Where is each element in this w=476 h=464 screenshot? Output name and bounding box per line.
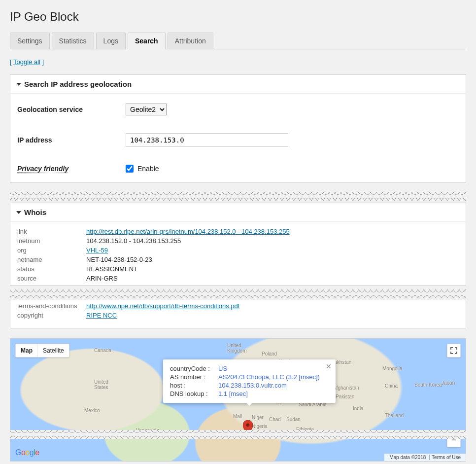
map-label: Japan	[442, 380, 455, 386]
geo-service-select[interactable]: Geolite2	[126, 104, 167, 115]
map-label: Thailand	[385, 413, 404, 418]
map-label: United Kingdom	[227, 343, 246, 354]
whois-val: http://www.ripe.net/db/support/db-terms-…	[86, 302, 459, 310]
whois-val: VHL-59	[86, 247, 459, 254]
whois-row: inetnum104.238.152.0 - 104.238.153.255	[17, 236, 459, 246]
infowin-val: US	[218, 365, 329, 372]
map-label: South Korea	[414, 382, 442, 388]
infowin-val: 1.1 [msec]	[218, 390, 329, 397]
map-label: Mexico	[84, 408, 100, 413]
whois-row: sourceARIN-GRS	[17, 274, 459, 283]
whois-key: link	[17, 228, 86, 235]
map-data-label: Map data ©2018	[387, 455, 428, 460]
privacy-checkbox[interactable]	[126, 165, 134, 173]
infowin-key: DNS lookup :	[170, 390, 218, 397]
map-label: China	[385, 383, 398, 389]
whois-key: terms-and-conditions	[17, 302, 86, 310]
infowin-val: 104.238.153.0.vultr.com	[218, 382, 329, 389]
panel-whois-title: Whois	[24, 208, 46, 216]
google-logo: Google	[15, 448, 39, 457]
map-type-toggle: Map Satellite	[15, 344, 69, 357]
map-label: India	[353, 406, 364, 411]
tab-attribution[interactable]: Attribution	[168, 33, 213, 49]
panel-whois-header[interactable]: Whois	[10, 203, 466, 222]
map-attribution: Map data ©2018 Terms of Use	[384, 454, 466, 461]
tab-statistics[interactable]: Statistics	[52, 33, 94, 49]
whois-row: linkhttp://rest.db.ripe.net/arin-grs/ine…	[17, 227, 459, 236]
privacy-checkbox-label: Enable	[137, 165, 159, 173]
whois-val: RIPE NCC	[86, 312, 459, 319]
whois-key: netname	[17, 256, 86, 263]
map-label: United States	[94, 379, 108, 390]
whois-key: inetnum	[17, 237, 86, 245]
whois-key: status	[17, 265, 86, 273]
whois-row: orgVHL-59	[17, 246, 459, 255]
infowin-key: countryCode :	[170, 365, 218, 372]
map-label: Nigeria	[252, 424, 268, 429]
whois-row: copyrightRIPE NCC	[17, 311, 459, 320]
map-label: Poland	[262, 351, 277, 357]
tab-settings[interactable]: Settings	[10, 33, 50, 49]
geo-service-label: Geolocation service	[17, 106, 126, 113]
map-type-map[interactable]: Map	[16, 344, 38, 357]
infowin-key: host :	[170, 382, 218, 389]
infowin-key: AS number :	[170, 373, 218, 381]
whois-link[interactable]: VHL-59	[86, 247, 108, 254]
whois-row: statusREASSIGNMENT	[17, 264, 459, 274]
toggle-all-wrap: [ Toggle all ]	[10, 58, 466, 66]
fullscreen-button[interactable]	[447, 344, 461, 357]
map-label: Sudan	[286, 417, 301, 422]
infowin-val: AS20473 Choopa, LLC (3.2 [msec])	[218, 373, 329, 381]
map-terms-link[interactable]: Terms of Use	[429, 455, 463, 460]
torn-divider	[10, 430, 466, 439]
map-infowindow: ✕ countryCode :US AS number :AS20473 Cho…	[163, 359, 336, 403]
page-title: IP Geo Block	[10, 5, 466, 33]
map-label: Mali	[233, 414, 242, 419]
whois-val: http://rest.db.ripe.net/arin-grs/inetnum…	[86, 228, 459, 235]
whois-link[interactable]: http://www.ripe.net/db/support/db-terms-…	[86, 302, 239, 310]
whois-val: NET-104-238-152-0-23	[86, 256, 459, 263]
toggle-all-link[interactable]: Toggle all	[13, 58, 40, 66]
tab-bar: Settings Statistics Logs Search Attribut…	[10, 33, 466, 49]
close-icon[interactable]: ✕	[326, 362, 332, 370]
whois-val: 104.238.152.0 - 104.238.153.255	[86, 237, 459, 245]
map-label: Afghanistan	[333, 385, 359, 391]
whois-key: source	[17, 275, 86, 282]
fullscreen-icon	[450, 347, 458, 355]
whois-val: REASSIGNMENT	[86, 265, 459, 273]
whois-val: ARIN-GRS	[86, 275, 459, 282]
map[interactable]: Canada United States Mexico Venezuela Un…	[10, 338, 466, 462]
panel-search-header[interactable]: Search IP address geolocation	[10, 75, 466, 94]
map-type-satellite[interactable]: Satellite	[38, 344, 69, 357]
ip-address-label: IP address	[17, 136, 126, 144]
whois-link[interactable]: RIPE NCC	[86, 312, 117, 319]
map-label: Pakistan	[336, 394, 354, 399]
panel-search-title: Search IP address geolocation	[24, 80, 132, 88]
chevron-down-icon	[16, 211, 21, 214]
panel-whois-continued: terms-and-conditionshttp://www.ripe.net/…	[10, 300, 466, 328]
chevron-down-icon	[16, 83, 21, 86]
whois-key: org	[17, 247, 86, 254]
whois-row: netnameNET-104-238-152-0-23	[17, 255, 459, 264]
panel-search: Search IP address geolocation Geolocatio…	[10, 74, 466, 183]
svg-point-0	[246, 424, 250, 427]
map-label: Mongolia	[382, 366, 403, 371]
tab-logs[interactable]: Logs	[96, 33, 126, 49]
map-label: Canada	[94, 348, 111, 353]
torn-divider	[10, 289, 466, 298]
torn-divider	[10, 192, 466, 201]
map-label: Chad	[269, 417, 281, 422]
tab-search[interactable]: Search	[128, 33, 166, 49]
whois-key: copyright	[17, 312, 86, 319]
panel-whois: Whois linkhttp://rest.db.ripe.net/arin-g…	[10, 203, 466, 286]
privacy-label: Privacy friendly	[17, 165, 126, 173]
whois-link[interactable]: http://rest.db.ripe.net/arin-grs/inetnum…	[86, 228, 290, 235]
whois-row: terms-and-conditionshttp://www.ripe.net/…	[17, 301, 459, 311]
map-label: Niger	[252, 415, 264, 420]
ip-address-input[interactable]	[126, 133, 288, 147]
